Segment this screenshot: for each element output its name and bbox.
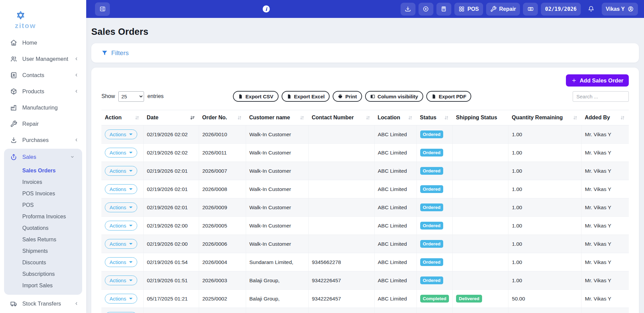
- sidebar-item-shipments[interactable]: Shipments: [4, 245, 82, 257]
- column-header-location[interactable]: Location: [374, 110, 416, 125]
- export-pdf-button[interactable]: Export PDF: [426, 91, 472, 102]
- cell-shipping-status: [453, 144, 508, 162]
- chevron-left-icon: [74, 89, 79, 94]
- cell-location: ABC Limited: [374, 235, 416, 253]
- cell-action: Actions: [101, 125, 143, 144]
- cell-quantity-remaining: 50.00: [508, 290, 581, 308]
- sidebar-item-sales[interactable]: Sales: [4, 149, 82, 165]
- sidebar-item-quotations[interactable]: Quotations: [4, 222, 82, 234]
- sidebar-item-pos-invoices[interactable]: POS Invoices: [4, 188, 82, 199]
- sidebar-item-label: Stock Transfers: [22, 300, 74, 307]
- cell-location: ABC Limited: [374, 217, 416, 235]
- factory-icon: [10, 104, 17, 111]
- cell-order-no: 2026/0011: [199, 144, 246, 162]
- sidebar-item-products[interactable]: Products: [0, 83, 86, 99]
- sort-both-icon: [407, 115, 413, 121]
- sidebar-item-stock-transfers[interactable]: Stock Transfers: [0, 295, 86, 312]
- sidebar-item-manufacturing[interactable]: Manufacturing: [0, 99, 86, 116]
- actions-label: Actions: [110, 186, 126, 192]
- export-button-label: Export PDF: [439, 94, 467, 99]
- print-button[interactable]: Print: [333, 91, 362, 102]
- status-badge: Ordered: [420, 203, 444, 211]
- row-actions-button[interactable]: Actions: [105, 202, 137, 212]
- status-badge: Ordered: [420, 149, 444, 156]
- sort-both-icon: [237, 115, 242, 121]
- column-header-contact-number[interactable]: Contact Number: [308, 110, 374, 125]
- add-sales-order-button[interactable]: Add Sales Order: [566, 74, 629, 87]
- page-length-select[interactable]: 25: [118, 91, 144, 102]
- column-header-customer-name[interactable]: Customer name: [246, 110, 308, 125]
- navbar-download-button[interactable]: [401, 3, 415, 16]
- table-row: Actions02/19/2026 02:022026/0011Walk-In …: [101, 144, 629, 162]
- row-actions-button[interactable]: Actions: [105, 221, 137, 231]
- cell-action: Actions: [101, 162, 143, 180]
- bell-icon: [588, 6, 594, 12]
- cell-contact-number: [308, 180, 374, 198]
- cell-contact-number: [308, 162, 374, 180]
- column-header-status[interactable]: Status: [416, 110, 453, 125]
- row-actions-button[interactable]: Actions: [105, 129, 137, 139]
- cell-customer-name: Walk-In Customer: [246, 217, 308, 235]
- navbar-pos-button[interactable]: POS: [454, 3, 483, 16]
- cell-contact-number: [308, 125, 374, 144]
- row-actions-button[interactable]: Actions: [105, 294, 137, 304]
- sidebar-item-user-management[interactable]: User Management: [0, 51, 86, 67]
- export-csv-button[interactable]: Export CSV: [233, 91, 279, 102]
- sidebar-item-repair[interactable]: Repair: [0, 116, 86, 132]
- shipping-status-badge: Delivered: [456, 295, 482, 303]
- sidebar-item-pos[interactable]: POS: [4, 199, 82, 211]
- row-actions-button[interactable]: Actions: [105, 239, 137, 249]
- row-actions-button[interactable]: Actions: [105, 275, 137, 285]
- sidebar-toggle-button[interactable]: [95, 2, 110, 16]
- column-header-action[interactable]: Action: [101, 110, 143, 125]
- sidebar-item-proforma-invoices[interactable]: Proforma Invoices: [4, 211, 82, 222]
- plus-circle-icon: [423, 6, 429, 12]
- cell-customer-name: Walk-In Customer: [246, 198, 308, 217]
- navbar-repair-button[interactable]: Repair: [486, 3, 520, 16]
- navbar-bell-button[interactable]: [584, 3, 599, 16]
- column-header-quantity-remaining[interactable]: Quantity Remaining: [508, 110, 581, 125]
- sidebar-item-home[interactable]: Home: [0, 34, 86, 51]
- cell-customer-name: Walk-In Customer: [246, 162, 308, 180]
- filters-label: Filters: [111, 49, 129, 57]
- search-input[interactable]: [573, 91, 629, 102]
- navbar-calculator-button[interactable]: [436, 3, 451, 16]
- cell-date: 02/19/2026 02:01: [143, 162, 199, 180]
- navbar-02-19-2026-button[interactable]: 02/19/2026: [541, 3, 580, 16]
- sidebar-item-invoices[interactable]: Invoices: [4, 176, 82, 188]
- sidebar-item-purchases[interactable]: Purchases: [0, 132, 86, 148]
- sidebar-item-sales-returns[interactable]: Sales Returns: [4, 234, 82, 245]
- cell-added-by: Mr. Vikas Y: [581, 235, 629, 253]
- user-circle-icon: [627, 6, 634, 12]
- sidebar-item-discounts[interactable]: Discounts: [4, 257, 82, 268]
- printer-icon: [338, 94, 343, 99]
- column-header-order-no[interactable]: Order No.: [199, 110, 246, 125]
- sidebar-item-stock-adjustment[interactable]: Stock Adjustment: [0, 312, 86, 313]
- sidebar-item-subscriptions[interactable]: Subscriptions: [4, 268, 82, 280]
- page-title: Sales Orders: [91, 27, 644, 37]
- caret-down-icon: [129, 298, 133, 299]
- truck-icon: [10, 300, 17, 307]
- sidebar-item-import-sales[interactable]: Import Sales: [4, 280, 82, 291]
- column-header-date[interactable]: Date: [143, 110, 199, 125]
- row-actions-button[interactable]: Actions: [105, 257, 137, 267]
- cell-added-by: Mr. Vikas Y: [581, 271, 629, 290]
- row-actions-button[interactable]: Actions: [105, 166, 137, 176]
- row-actions-button[interactable]: Actions: [105, 148, 137, 158]
- column-header-shipping-status[interactable]: Shipping Status: [453, 110, 508, 125]
- navbar-vikas-y-button[interactable]: Vikas Y: [602, 3, 638, 16]
- caret-down-icon: [129, 170, 133, 172]
- navbar-plus-circle-button[interactable]: [419, 3, 433, 16]
- sidebar-item-sales-orders[interactable]: Sales Orders: [4, 165, 82, 176]
- sidebar-item-contacts[interactable]: Contacts: [0, 67, 86, 83]
- cell-customer-name: Balaji Group,: [246, 290, 308, 308]
- actions-label: Actions: [110, 131, 126, 137]
- column-header-added-by[interactable]: Added By: [581, 110, 629, 125]
- column-visibility-button[interactable]: Column visibility: [365, 91, 423, 102]
- export-excel-button[interactable]: Export Excel: [282, 91, 330, 102]
- navbar-cash-register-button[interactable]: [523, 3, 538, 16]
- status-badge: Ordered: [420, 167, 444, 175]
- filters-panel[interactable]: Filters: [91, 43, 639, 63]
- info-icon[interactable]: i: [263, 5, 270, 13]
- row-actions-button[interactable]: Actions: [105, 184, 137, 194]
